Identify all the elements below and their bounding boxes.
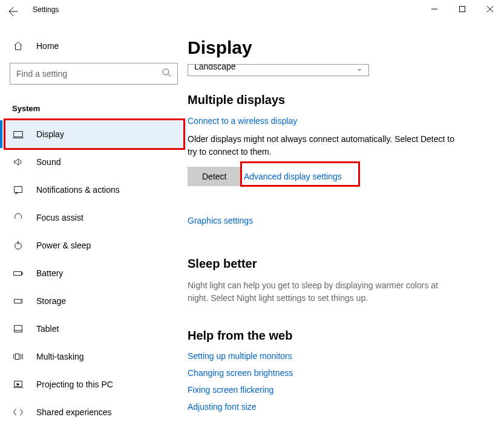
sidebar-home[interactable]: Home [0,34,188,58]
advanced-display-link[interactable]: Advanced display settings [244,172,342,181]
notifications-icon [12,184,24,196]
tablet-icon [12,323,24,335]
multiple-displays-section: Multiple displays Connect to a wireless … [188,93,492,233]
back-button[interactable] [0,2,27,21]
nav-list: Display Sound Notifications & actions Fo… [0,120,188,426]
chevron-down-icon: ⌄ [356,64,362,73]
storage-icon [12,295,24,307]
focus-assist-icon [12,212,24,224]
battery-icon [12,267,24,279]
help-link-brightness[interactable]: Changing screen brightness [188,368,492,378]
section-title: Multiple displays [188,93,492,107]
orientation-dropdown[interactable]: Landscape ⌄ [188,64,369,76]
wireless-display-link[interactable]: Connect to a wireless display [188,116,297,126]
sidebar-item-label: Sound [36,157,61,167]
power-icon [12,239,24,251]
svg-rect-18 [16,354,19,360]
sidebar-item-battery[interactable]: Battery [0,259,188,287]
sidebar-item-label: Focus assist [36,213,83,222]
svg-rect-1 [460,7,465,12]
close-button[interactable] [476,0,504,18]
detect-button[interactable]: Detect [188,167,241,186]
projecting-icon [12,378,24,390]
sleep-better-description: Night light can help you get to sleep by… [188,279,460,305]
display-icon [12,128,24,140]
window-controls [421,0,504,18]
sidebar-item-label: Tablet [36,324,59,334]
svg-line-5 [168,74,171,77]
help-link-monitors[interactable]: Setting up multiple monitors [188,351,492,361]
minimize-button[interactable] [421,0,448,18]
svg-rect-15 [15,326,22,332]
sidebar-item-focus-assist[interactable]: Focus assist [0,204,188,231]
sidebar-item-projecting[interactable]: Projecting to this PC [0,370,188,398]
sleep-better-section: Sleep better Night light can help you ge… [188,257,492,305]
content-area: Display Landscape ⌄ Multiple displays Co… [188,19,504,443]
category-label: System [0,91,188,120]
page-title: Display [188,37,492,58]
svg-rect-11 [14,271,22,275]
sidebar-item-label: Shared experiences [36,407,112,417]
sidebar-item-sound[interactable]: Sound [0,148,188,176]
sidebar-item-label: Projecting to this PC [36,380,113,389]
orientation-value: Landscape [194,64,236,71]
sidebar: Home System Display Sound Notifications … [0,19,188,443]
sidebar-item-shared-experiences[interactable]: Shared experiences [0,398,188,426]
home-icon [12,40,24,52]
svg-rect-8 [15,187,22,193]
sidebar-item-tablet[interactable]: Tablet [0,315,188,343]
sidebar-item-notifications[interactable]: Notifications & actions [0,176,188,204]
svg-rect-12 [21,273,22,274]
sidebar-item-power-sleep[interactable]: Power & sleep [0,231,188,259]
section-title: Help from the web [188,329,492,343]
sound-icon [12,156,24,168]
app-title: Settings [33,5,59,14]
sidebar-item-label: Multi-tasking [36,352,84,361]
help-web-section: Help from the web Setting up multiple mo… [188,329,492,412]
search-icon [162,68,171,80]
sidebar-item-multitasking[interactable]: Multi-tasking [0,343,188,370]
sidebar-item-label: Notifications & actions [36,185,120,195]
home-label: Home [36,41,59,51]
section-title: Sleep better [188,257,492,271]
svg-point-14 [21,301,21,302]
sidebar-item-label: Display [36,129,64,139]
graphics-settings-link[interactable]: Graphics settings [188,216,253,225]
sidebar-item-label: Battery [36,268,63,278]
search-input[interactable] [16,69,162,79]
sidebar-item-storage[interactable]: Storage [0,287,188,315]
search-box[interactable] [10,63,178,85]
titlebar: Settings [0,0,504,19]
multitasking-icon [12,351,24,363]
detect-description: Older displays might not always connect … [188,133,460,158]
sidebar-item-display[interactable]: Display [0,120,188,148]
svg-point-4 [163,69,169,75]
help-link-font-size[interactable]: Adjusting font size [188,402,492,412]
help-link-flickering[interactable]: Fixing screen flickering [188,385,492,395]
maximize-button[interactable] [448,0,476,18]
sidebar-item-label: Power & sleep [36,241,91,250]
svg-rect-6 [14,132,22,137]
sidebar-item-label: Storage [36,296,66,306]
shared-icon [12,406,24,418]
